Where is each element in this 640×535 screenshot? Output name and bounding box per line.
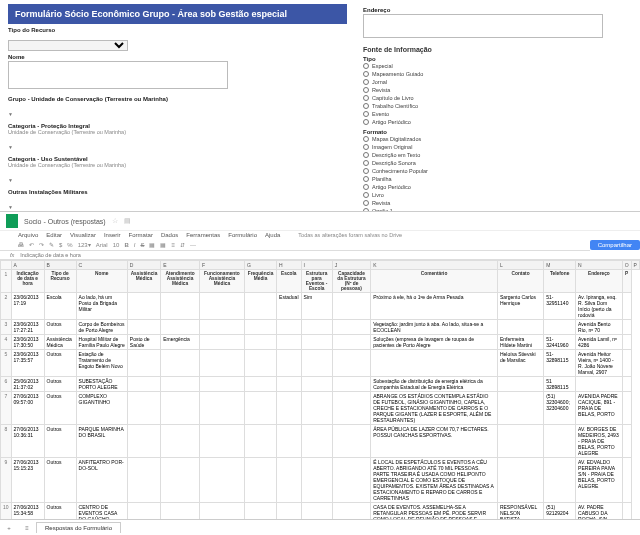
cell[interactable]: SUBESTAÇÃO PORTO ALEGRE	[76, 377, 127, 392]
cell[interactable]: CASA DE EVENTOS. ASSEMELHA-SE A RETANGUL…	[371, 503, 498, 520]
cell[interactable]: Outros	[44, 320, 76, 335]
cell[interactable]: AV. EDVALDO PEREIRA PAIVA S/N - PRAIA DE…	[576, 458, 623, 503]
cell[interactable]: Posto de Saúde	[127, 335, 160, 350]
share-button[interactable]: Compartilhar	[590, 240, 640, 250]
cell[interactable]	[301, 503, 332, 520]
option-revista[interactable]: Revista	[363, 86, 632, 94]
option-artigo-periódico[interactable]: Artigo Periódico	[363, 118, 632, 126]
menu-ferramentas[interactable]: Ferramentas	[186, 232, 220, 238]
cell[interactable]: AV. PADRE CABUSO DA ROCHA, S/N - PONTA A…	[576, 503, 623, 520]
cell[interactable]: Outros	[44, 503, 76, 520]
cell[interactable]	[161, 293, 200, 320]
table-row[interactable]: 223/06/2013 17:19EscolaAo lado, há um Po…	[1, 293, 640, 320]
cell[interactable]	[301, 320, 332, 335]
cell[interactable]	[277, 320, 301, 335]
col-K[interactable]: K	[371, 261, 498, 270]
cell[interactable]: 23/06/2013 17:30:50	[11, 335, 44, 350]
grid[interactable]: ABCDEFGHIJKLMNOP 1Indicação de data e ho…	[0, 260, 640, 519]
cell[interactable]	[127, 350, 160, 377]
cell[interactable]	[576, 377, 623, 392]
option-revista[interactable]: Revista	[363, 199, 632, 207]
cell[interactable]	[161, 350, 200, 377]
col-E[interactable]: E	[161, 261, 200, 270]
print-icon[interactable]: 🖶	[18, 242, 24, 248]
table-row[interactable]: 927/06/2013 15:15:23OutrosANFITEATRO POR…	[1, 458, 640, 503]
cell[interactable]	[497, 425, 543, 458]
option-artigo-periódico[interactable]: Artigo Periódico	[363, 183, 632, 191]
header-cell[interactable]: Frequência Média	[245, 270, 277, 293]
cell[interactable]: (51) 92129204	[544, 503, 576, 520]
cell[interactable]	[161, 392, 200, 425]
header-cell[interactable]: Assistência Médica	[127, 270, 160, 293]
cell[interactable]	[622, 335, 631, 350]
menu-ajuda[interactable]: Ajuda	[265, 232, 280, 238]
cell[interactable]	[161, 425, 200, 458]
col-N[interactable]: N	[576, 261, 623, 270]
redo-icon[interactable]: ↷	[39, 241, 44, 248]
cell[interactable]: 51-32898115	[544, 350, 576, 377]
cell[interactable]: ÁREA PÚBLICA DE LAZER COM 70,7 HECTARES.…	[371, 425, 498, 458]
all-sheets-button[interactable]: ≡	[18, 525, 36, 531]
cell[interactable]: Avenida Lamil, nº 4286	[576, 335, 623, 350]
borders-icon[interactable]: ▦	[160, 241, 166, 248]
cell[interactable]: Estação de Tratamento de Esgoto Belém No…	[76, 350, 127, 377]
cell[interactable]: 51-32441960	[544, 335, 576, 350]
col-D[interactable]: D	[127, 261, 160, 270]
cell[interactable]: COMPLEXO GIGANTINHO	[76, 392, 127, 425]
header-cell[interactable]: Indicação de data e hora	[11, 270, 44, 293]
cell[interactable]	[332, 458, 370, 503]
col-G[interactable]: G	[245, 261, 277, 270]
header-cell[interactable]: Endereço	[576, 270, 623, 293]
cell[interactable]	[161, 377, 200, 392]
cell[interactable]	[245, 425, 277, 458]
input-endereco[interactable]	[363, 14, 603, 38]
cell[interactable]	[245, 335, 277, 350]
cell[interactable]	[301, 350, 332, 377]
cell[interactable]	[277, 335, 301, 350]
cell[interactable]	[199, 425, 244, 458]
cell[interactable]: PARQUE MARINHA DO BRASIL	[76, 425, 127, 458]
menu-editar[interactable]: Editar	[46, 232, 62, 238]
option-trabalho-científico[interactable]: Trabalho Científico	[363, 102, 632, 110]
cell[interactable]: Avenida Bento Rio, nº 70	[576, 320, 623, 335]
cell[interactable]: Próximo à ele, há o 1ºe de Arma Pesada	[371, 293, 498, 320]
option-imagem-original[interactable]: Imagem Original	[363, 143, 632, 151]
cell[interactable]	[497, 320, 543, 335]
option-descrição-em-texto[interactable]: Descrição em Texto	[363, 151, 632, 159]
cell[interactable]	[277, 425, 301, 458]
cell[interactable]	[332, 503, 370, 520]
cell[interactable]	[622, 320, 631, 335]
col-F[interactable]: F	[199, 261, 244, 270]
cell[interactable]	[161, 458, 200, 503]
header-cell[interactable]: Capacidade da Estrutura (Nº de pessoas)	[332, 270, 370, 293]
doc-title[interactable]: Socio - Outros (respostas)	[24, 218, 106, 225]
col-B[interactable]: B	[44, 261, 76, 270]
cell[interactable]	[622, 458, 631, 503]
cell[interactable]: ABRANGE OS ESTÁDIOS CONTEMPLA ESTÁDIO DE…	[371, 392, 498, 425]
menu-formatar[interactable]: Formatar	[129, 232, 153, 238]
cell[interactable]	[127, 503, 160, 520]
cell[interactable]	[127, 320, 160, 335]
cell[interactable]	[245, 350, 277, 377]
chevron-down-icon[interactable]: ▼	[8, 177, 13, 183]
sheet-tab[interactable]: Respostas do Formulário	[36, 522, 121, 533]
option-planilha[interactable]: Planilha	[363, 175, 632, 183]
menu-dados[interactable]: Dados	[161, 232, 178, 238]
cell[interactable]	[332, 350, 370, 377]
table-row[interactable]: 727/06/2013 09:57:00OutrosCOMPLEXO GIGAN…	[1, 392, 640, 425]
cell[interactable]: Hospital Militar de Família Paulo Alegre	[76, 335, 127, 350]
cell[interactable]	[332, 320, 370, 335]
cell[interactable]	[161, 320, 200, 335]
cell[interactable]: 23/06/2013 17:35:57	[11, 350, 44, 377]
cell[interactable]	[544, 425, 576, 458]
cell[interactable]: AVENIDA PADRE CACIQUE, 891 - PRAIA DE BE…	[576, 392, 623, 425]
option-capítulo-de-livro[interactable]: Capítulo de Livro	[363, 94, 632, 102]
cell[interactable]	[622, 392, 631, 425]
cell[interactable]	[161, 503, 200, 520]
cell[interactable]	[622, 425, 631, 458]
cell[interactable]: Estadual	[277, 293, 301, 320]
cell[interactable]	[245, 320, 277, 335]
cell[interactable]	[622, 293, 631, 320]
table-row[interactable]: 827/06/2013 10:36:31OutrosPARQUE MARINHA…	[1, 425, 640, 458]
header-cell[interactable]: Nome	[76, 270, 127, 293]
